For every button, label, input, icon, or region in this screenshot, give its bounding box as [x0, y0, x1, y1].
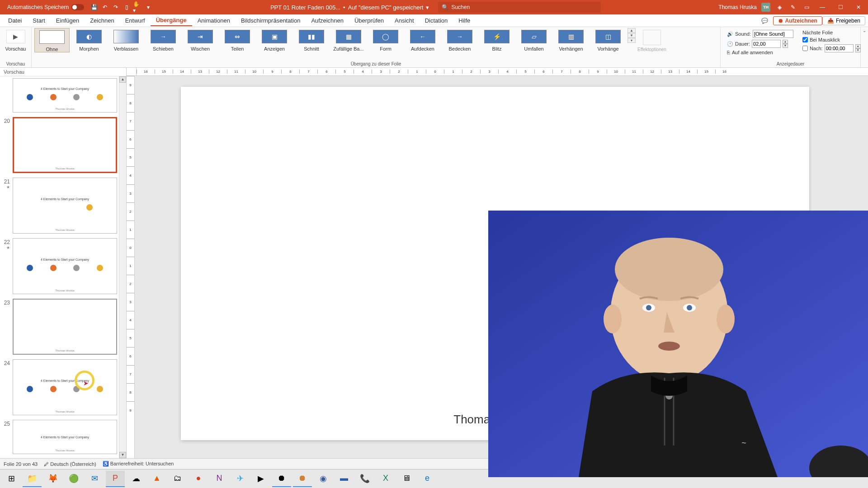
start-button[interactable]: ⊞ [2, 471, 21, 487]
qat-customize-icon[interactable]: ▾ [144, 3, 153, 12]
tab-start[interactable]: Start [27, 15, 50, 26]
share-button[interactable]: 📤 Freigeben [822, 16, 865, 25]
slide-thumbnail[interactable]: 4 Elements to Start your CompanyThomas H… [2, 78, 117, 113]
taskbar-recorder-icon[interactable]: ⏺ [293, 471, 312, 487]
taskbar-powerpoint-icon[interactable]: P [106, 471, 125, 487]
after-input[interactable] [825, 44, 854, 52]
transition-schieben[interactable]: →Schieben [146, 28, 181, 52]
slide-thumbnail-box[interactable]: 4 Elements to Start your CompanyThomas H… [13, 359, 117, 415]
redo-icon[interactable]: ↷ [111, 3, 120, 12]
scroll-up-icon[interactable]: ▲ [119, 76, 126, 83]
transition-umfallen[interactable]: ▱Umfallen [516, 28, 552, 52]
slide-thumbnail[interactable]: 22★4 Elements to Start your CompanyThoma… [2, 238, 117, 294]
slide-thumbnail[interactable]: 21★4 Elements to Start your CompanyThoma… [2, 178, 117, 234]
status-language[interactable]: 🖉 Deutsch (Österreich) [44, 461, 96, 467]
tab-entwurf[interactable]: Entwurf [120, 15, 151, 26]
transition-morphen[interactable]: ◐Morphen [71, 28, 107, 52]
autosave-toggle[interactable]: Automatisches Speichern [4, 4, 88, 10]
comments-button[interactable]: 💬 [756, 16, 773, 25]
scroll-down-icon[interactable]: ▼ [119, 452, 126, 458]
transition-teilen[interactable]: ⇔Teilen [220, 28, 255, 52]
slide-thumbnail[interactable]: 20Thomas Hruska [2, 117, 117, 173]
slide-thumbnail-box[interactable]: 4 Elements to Start your CompanyThomas H… [13, 420, 117, 454]
tab-einfuegen[interactable]: Einfügen [51, 15, 85, 26]
transition-schnitt[interactable]: ▮▮Schnitt [294, 28, 329, 52]
taskbar-edge-icon[interactable]: e [418, 471, 437, 487]
tab-dictation[interactable]: Dictation [420, 15, 453, 26]
slide-thumbnail[interactable]: 23Thomas Hruska [2, 299, 117, 355]
sound-select[interactable] [753, 30, 793, 38]
transition-gallery-scroll[interactable]: ▲▼▾ [627, 28, 636, 43]
collapse-ribbon-icon[interactable]: ⌄ [863, 28, 866, 33]
taskbar-app5-icon[interactable]: ◉ [314, 471, 333, 487]
transition-ohne[interactable]: Ohne [34, 28, 70, 52]
transition-wischen[interactable]: ⇥Wischen [183, 28, 218, 52]
status-slide-count[interactable]: Folie 20 von 43 [4, 461, 38, 467]
taskbar-app8-icon[interactable]: 🖥 [397, 471, 416, 487]
record-button[interactable]: ⏺ Aufzeichnen [773, 16, 822, 25]
undo-icon[interactable]: ↶ [100, 3, 109, 12]
slide-thumbnail-box[interactable]: Thomas Hruska [13, 117, 117, 173]
minimize-button[interactable]: — [816, 0, 829, 14]
tab-ansicht[interactable]: Ansicht [389, 15, 420, 26]
taskbar-vlc-icon[interactable]: ▲ [147, 471, 166, 487]
user-avatar[interactable]: TH [761, 3, 770, 12]
slide-thumbnail[interactable]: 254 Elements to Start your CompanyThomas… [2, 420, 117, 454]
tab-aufzeichnen[interactable]: Aufzeichnen [306, 15, 349, 26]
after-checkbox[interactable] [802, 46, 808, 51]
close-button[interactable]: ✕ [852, 0, 865, 14]
slide-thumbnail-box[interactable]: 4 Elements to Start your CompanyThomas H… [13, 178, 117, 234]
tab-animationen[interactable]: Animationen [192, 15, 236, 26]
apply-all-button[interactable]: ⎘ Auf alle anwenden [727, 50, 793, 55]
transition-blitz[interactable]: ⚡Blitz [479, 28, 514, 52]
taskbar-chrome-icon[interactable]: 🟢 [64, 471, 83, 487]
transition-zufaellige[interactable]: ▦Zufällige Ba... [331, 28, 366, 52]
search-input[interactable] [451, 4, 597, 10]
on-click-checkbox[interactable] [802, 37, 808, 42]
transition-vorhaenge[interactable]: ◫Vorhänge [590, 28, 626, 52]
taskbar-app-icon[interactable]: ☁ [127, 471, 146, 487]
tab-datei[interactable]: Datei [3, 15, 27, 26]
transition-aufdecken[interactable]: ←Aufdecken [405, 28, 440, 52]
transition-verblassen[interactable]: Verblassen [108, 28, 144, 52]
taskbar-firefox-icon[interactable]: 🦊 [43, 471, 62, 487]
transition-bedecken[interactable]: →Bedecken [442, 28, 477, 52]
tab-hilfe[interactable]: Hilfe [453, 15, 476, 26]
taskbar-app2-icon[interactable]: 🗂 [168, 471, 187, 487]
slide-thumbnail-box[interactable]: 4 Elements to Start your CompanyThomas H… [13, 238, 117, 294]
slide-thumbnail-box[interactable]: 4 Elements to Start your CompanyThomas H… [13, 78, 117, 113]
slide-thumbnail[interactable]: 244 Elements to Start your CompanyThomas… [2, 359, 117, 415]
save-icon[interactable]: 💾 [90, 3, 99, 12]
thumbnail-scrollbar[interactable]: ▲ ▼ [119, 76, 126, 458]
pen-icon[interactable]: ✎ [788, 3, 797, 12]
taskbar-onenote-icon[interactable]: N [210, 471, 229, 487]
taskbar-telegram-icon[interactable]: ✈ [231, 471, 250, 487]
tab-zeichnen[interactable]: Zeichnen [85, 15, 119, 26]
duration-input[interactable] [752, 40, 781, 48]
taskbar-outlook-icon[interactable]: ✉ [85, 471, 104, 487]
slide-thumbnail-box[interactable]: Thomas Hruska [13, 299, 117, 355]
taskbar-app7-icon[interactable]: 📞 [355, 471, 374, 487]
tab-bildschirmpraesentation[interactable]: Bildschirmpräsentation [236, 15, 306, 26]
taskbar-app3-icon[interactable]: ● [189, 471, 208, 487]
taskbar-explorer-icon[interactable]: 📁 [23, 471, 42, 487]
toggle-switch-icon[interactable] [71, 4, 84, 10]
after-spinner[interactable]: ▲▼ [855, 44, 861, 52]
status-accessibility[interactable]: ♿ Barrierefreiheit: Untersuchen [103, 461, 174, 467]
taskbar-excel-icon[interactable]: X [376, 471, 395, 487]
tab-uebergaenge[interactable]: Übergänge [151, 15, 192, 26]
touch-mode-icon[interactable]: ✋▾ [133, 3, 142, 12]
coming-soon-icon[interactable]: ◈ [775, 3, 784, 12]
taskbar-obs-icon[interactable]: ⏺ [272, 471, 291, 487]
transition-verhaengen[interactable]: ▥Verhängen [553, 28, 589, 52]
document-title[interactable]: PPT 01 Roter Faden 005... • Auf "diesem … [270, 4, 429, 11]
transition-form[interactable]: ◯Form [368, 28, 403, 52]
window-layout-icon[interactable]: ▭ [802, 3, 811, 12]
tab-ueberpruefen[interactable]: Überprüfen [349, 15, 389, 26]
present-from-start-icon[interactable]: ▯ [122, 3, 131, 12]
transition-anzeigen[interactable]: ▣Anzeigen [257, 28, 292, 52]
taskbar-app6-icon[interactable]: ▬ [335, 471, 354, 487]
taskbar-app4-icon[interactable]: ▶ [251, 471, 270, 487]
maximize-button[interactable]: ☐ [834, 0, 847, 14]
search-box[interactable]: 🔍 [438, 2, 601, 13]
